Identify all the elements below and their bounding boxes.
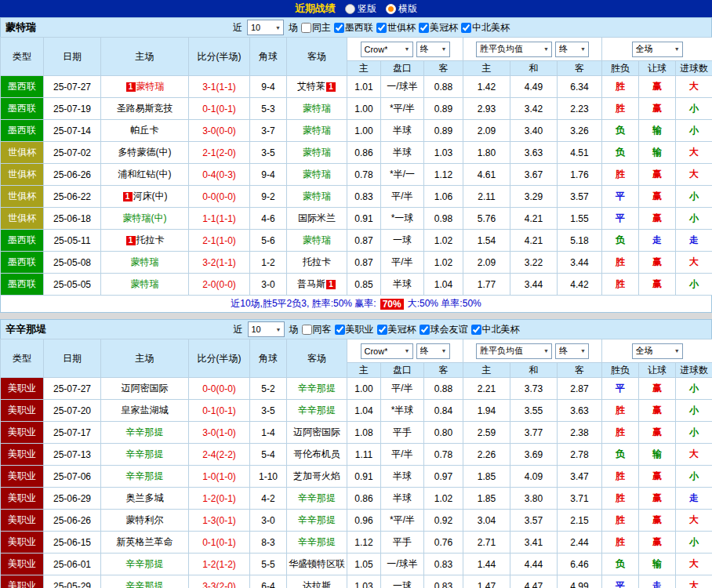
home-team-name[interactable]: 皇家盐湖城 <box>122 405 169 416</box>
score: 0-0(0-0) <box>189 186 250 208</box>
league-type: 美职业 <box>1 400 44 422</box>
away-team-name[interactable]: 托拉卡 <box>303 256 331 267</box>
filter-checkbox-4[interactable]: 中北美杯 <box>461 21 510 34</box>
checkbox-input[interactable] <box>302 325 312 335</box>
filter-checkbox-4[interactable]: 中北美杯 <box>471 323 520 336</box>
away-team-name[interactable]: 蒙特瑞 <box>303 125 331 136</box>
filter-checkbox-0[interactable]: 同主 <box>301 21 331 34</box>
home-team-name[interactable]: 辛辛那提 <box>126 448 164 459</box>
corner-count: 5-2 <box>250 378 287 400</box>
home-team-name[interactable]: 圣路易斯竞技 <box>117 103 173 114</box>
filter-checkbox-1[interactable]: 墨西联 <box>334 21 373 34</box>
home-team-name[interactable]: 新英格兰革命 <box>117 536 173 547</box>
home-team-name[interactable]: 奥兰多城 <box>126 492 164 503</box>
avg-select-value: 胜平负均值 <box>480 43 523 55</box>
checkbox-input[interactable] <box>334 23 344 33</box>
home-team-cell: 1托拉卡 <box>101 230 189 252</box>
checkbox-input[interactable] <box>461 23 471 33</box>
match-count-select[interactable]: 10▼ <box>248 321 285 337</box>
away-team-name[interactable]: 辛辛那提 <box>298 514 336 525</box>
result-handicap: 输 <box>639 444 676 466</box>
eu-final-select[interactable]: 终▼ <box>555 42 589 57</box>
match-count-select[interactable]: 10▼ <box>247 20 284 35</box>
home-team-name[interactable]: 蒙特瑞 <box>131 278 159 289</box>
home-team-name[interactable]: 蒙特瑞 <box>136 81 165 92</box>
summary-bar: 近10场,胜5平2负3, 胜率:50% 赢率:70%大:50% 单率:50% <box>0 296 712 313</box>
avg-select[interactable]: 胜平负均值▼ <box>476 343 552 359</box>
home-team-name[interactable]: 河床(中) <box>133 191 168 201</box>
result-wdl: 负 <box>602 554 639 575</box>
league-type: 美职业 <box>1 510 44 532</box>
home-team-name[interactable]: 多特蒙德(中) <box>118 147 172 158</box>
red-card-badge: 1 <box>326 82 336 92</box>
eu-final-select[interactable]: 终▼ <box>555 343 589 359</box>
bookmaker-select[interactable]: Crow*▼ <box>361 42 413 57</box>
eu-draw-odds: 3.63 <box>510 142 558 164</box>
ah-final-select[interactable]: 终▼ <box>416 42 450 57</box>
home-team-name[interactable]: 辛辛那提 <box>126 470 164 481</box>
away-team-cell: 蒙特瑞 <box>287 186 347 208</box>
home-team-name[interactable]: 辛辛那提 <box>126 580 164 588</box>
checkbox-input[interactable] <box>377 325 387 335</box>
home-team-name[interactable]: 蒙特利尔 <box>126 514 164 525</box>
away-team-name[interactable]: 艾特莱 <box>297 81 325 92</box>
home-team-name[interactable]: 辛辛那提 <box>126 558 164 569</box>
match-row: 世俱杯25-06-18蒙特瑞(中)1-1(1-1)4-6国际米兰0.91*一球0… <box>1 208 712 230</box>
away-team-name[interactable]: 普马斯 <box>297 278 325 289</box>
scope-select[interactable]: 全场▼ <box>632 42 683 57</box>
filter-checkbox-3[interactable]: 美冠杯 <box>419 21 458 34</box>
checkbox-input[interactable] <box>471 325 481 335</box>
away-team-name[interactable]: 辛辛那提 <box>298 492 336 503</box>
ah-handicap: 一球 <box>381 230 424 252</box>
home-team-name[interactable]: 托拉卡 <box>136 234 165 245</box>
home-team-name[interactable]: 帕丘卡 <box>131 125 159 136</box>
home-team-name[interactable]: 迈阿密国际 <box>122 383 169 394</box>
eu-away-odds: 2.38 <box>558 422 602 444</box>
home-team-name[interactable]: 蒙特瑞(中) <box>123 212 167 223</box>
away-team-name[interactable]: 迈阿密国际 <box>293 426 340 437</box>
checkbox-input[interactable] <box>301 23 311 33</box>
scope-select[interactable]: 全场▼ <box>632 343 683 359</box>
away-team-name[interactable]: 蒙特瑞 <box>303 169 331 180</box>
matches-table: 类型日期主场比分(半场)角球客场Crow*▼终▼胜平负均值▼终▼全场▼主盘口客主… <box>0 37 712 296</box>
checkbox-input[interactable] <box>420 325 430 335</box>
away-team-name[interactable]: 华盛顿特区联 <box>289 558 345 569</box>
checkbox-label: 同主 <box>312 21 331 34</box>
result-goals: 走 <box>676 230 712 252</box>
filter-checkbox-3[interactable]: 球会友谊 <box>420 323 468 336</box>
away-team-name[interactable]: 辛辛那提 <box>298 536 336 547</box>
ah-handicap: *平/半 <box>381 98 424 120</box>
eu-draw-odds: 3.57 <box>510 510 558 532</box>
home-team-name[interactable]: 浦和红钻(中) <box>118 169 172 180</box>
checkbox-input[interactable] <box>335 325 345 335</box>
filter-checkbox-1[interactable]: 美职业 <box>335 323 374 336</box>
filter-checkbox-2[interactable]: 世俱杯 <box>376 21 416 34</box>
away-team-name[interactable]: 国际米兰 <box>298 212 336 223</box>
col-away-header: 客场 <box>287 38 347 76</box>
home-team-name[interactable]: 蒙特瑞 <box>131 256 159 267</box>
radio-horizontal[interactable]: 横版 <box>386 2 417 16</box>
away-team-name[interactable]: 蒙特瑞 <box>303 147 331 158</box>
ah-final-select[interactable]: 终▼ <box>416 343 450 359</box>
result-handicap: 赢 <box>639 532 676 554</box>
away-team-name[interactable]: 哥伦布机员 <box>293 448 340 459</box>
home-team-name[interactable]: 辛辛那提 <box>126 426 164 437</box>
filter-checkbox-2[interactable]: 美冠杯 <box>377 323 416 336</box>
radio-vertical-label: 竖版 <box>358 2 376 16</box>
away-team-name[interactable]: 蒙特瑞 <box>303 191 331 201</box>
away-team-name[interactable]: 芝加哥火焰 <box>293 470 340 481</box>
bookmaker-select[interactable]: Crow*▼ <box>361 343 413 359</box>
radio-vertical[interactable]: 竖版 <box>345 2 376 16</box>
away-team-name[interactable]: 辛辛那提 <box>298 383 336 394</box>
away-team-name[interactable]: 辛辛那提 <box>298 405 336 416</box>
away-team-name[interactable]: 蒙特瑞 <box>303 103 331 114</box>
result-header-cell: 全场▼ <box>602 339 712 363</box>
checkbox-input[interactable] <box>376 23 387 33</box>
avg-select[interactable]: 胜平负均值▼ <box>476 42 552 57</box>
filter-checkbox-0[interactable]: 同客 <box>302 323 332 336</box>
league-type: 美职业 <box>1 532 44 554</box>
checkbox-input[interactable] <box>419 23 429 33</box>
away-team-name[interactable]: 达拉斯 <box>303 580 331 588</box>
away-team-name[interactable]: 蒙特瑞 <box>303 234 331 245</box>
matches-table: 类型日期主场比分(半场)角球客场Crow*▼终▼胜平负均值▼终▼全场▼主盘口客主… <box>0 339 712 588</box>
